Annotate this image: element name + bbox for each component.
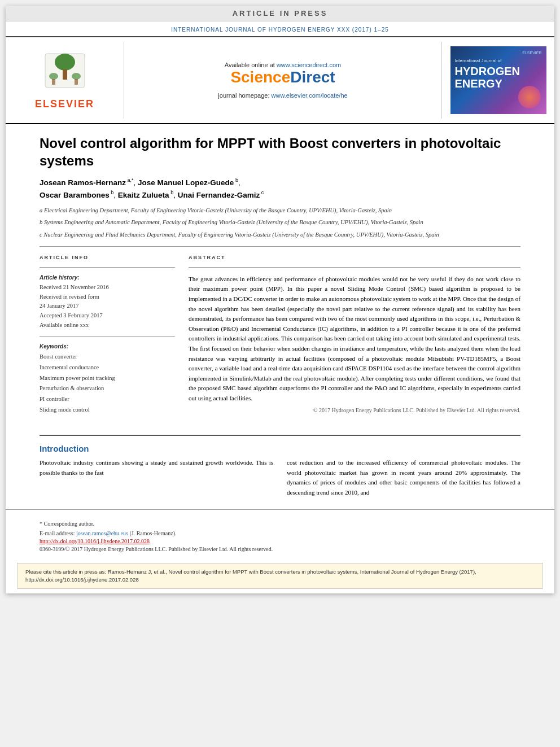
affiliation-a: a Electrical Engineering Department, Fac… — [40, 206, 520, 215]
article-info-divider — [40, 267, 175, 268]
history-label: Article history: — [40, 274, 175, 281]
keywords-label: Keywords: — [40, 343, 175, 350]
elsevier-brand-text: ELSEVIER — [35, 98, 94, 110]
author-jose: Jose Manuel Lopez-Guede — [138, 178, 234, 187]
keywords-list: Boost converter Incremental conductance … — [40, 352, 175, 416]
svg-rect-4 — [52, 79, 55, 85]
doi-link[interactable]: http://dx.doi.org/10.1016/j.ijhydene.201… — [40, 538, 150, 544]
author-ekaitz: Ekaitz Zulueta — [118, 191, 169, 199]
journal-homepage-link[interactable]: www.elsevier.com/locate/he — [272, 92, 348, 99]
footnote-area: * Corresponding author. E-mail address: … — [6, 509, 554, 558]
introduction-section: Introduction Photovoltaic industry conti… — [6, 444, 554, 497]
keyword-5: Sliding mode control — [40, 405, 175, 416]
abstract-copyright: © 2017 Hydrogen Energy Publications LLC.… — [189, 407, 520, 413]
keyword-4: PI controller — [40, 394, 175, 405]
keyword-0: Boost converter — [40, 352, 175, 362]
abstract-text: The great advances in efficiency and per… — [189, 274, 520, 404]
issn-footnote: 0360-3199/© 2017 Hydrogen Energy Publica… — [40, 544, 520, 554]
intro-two-col: Photovoltaic industry continues showing … — [40, 458, 520, 497]
svg-point-3 — [49, 73, 58, 80]
content-divider — [40, 435, 520, 436]
article-info-heading: ARTICLE INFO — [40, 255, 175, 260]
section-divider — [40, 246, 520, 247]
available-online: Available online xxx — [40, 321, 175, 330]
keyword-1: Incremental conductance — [40, 362, 175, 373]
svg-point-5 — [72, 73, 81, 80]
affiliation-b: b Systems Engineering and Automatic Depa… — [40, 218, 520, 227]
citation-box: Please cite this article in press as: Ra… — [17, 563, 543, 589]
logo-elsevier-small: ELSEVIER — [522, 51, 541, 55]
right-logo-area: ELSEVIER International Journal of HYDROG… — [441, 42, 554, 119]
sciencedirect-link[interactable]: www.sciencedirect.com — [277, 62, 341, 68]
corresponding-footnote: * Corresponding author. — [40, 519, 520, 528]
authors-line: Josean Ramos-Hernanz a,*, Jose Manuel Lo… — [40, 176, 520, 201]
author-oscar: Oscar Barambones — [40, 191, 110, 199]
top-header: ELSEVIER Available online at www.science… — [6, 37, 554, 124]
citation-text: Please cite this article in press as: Ra… — [25, 569, 476, 583]
keyword-2: Maximum power point tracking — [40, 373, 175, 384]
email-footnote: E-mail address: josean.ramos@ehu.eus (J.… — [40, 528, 520, 538]
article-in-press-text: ARTICLE IN PRESS — [233, 9, 328, 18]
article-title: Novel control algorithm for MPPT with Bo… — [40, 124, 520, 176]
intro-right-text: cost reduction and to the increased effi… — [287, 458, 520, 497]
revised-date: 24 January 2017 — [40, 302, 175, 311]
email-label: E-mail address: — [40, 530, 75, 536]
logo-circle-decoration — [518, 86, 541, 108]
author-unai: Unai Fernandez-Gamiz — [178, 191, 260, 199]
logo-intl-text: International Journal of — [455, 59, 520, 63]
sciencedirect-science-text: Science — [230, 68, 290, 86]
received-date: Received 21 November 2016 — [40, 283, 175, 292]
abstract-divider — [189, 267, 520, 268]
journal-homepage-text: journal homepage: www.elsevier.com/locat… — [218, 92, 347, 99]
svg-rect-2 — [63, 69, 67, 80]
elsevier-tree-icon — [40, 51, 90, 96]
sciencedirect-logo: ScienceDirect — [230, 68, 335, 86]
author-josean: Josean Ramos-Hernanz — [40, 178, 126, 187]
center-header: Available online at www.sciencedirect.co… — [124, 42, 441, 119]
journal-header-bar: INTERNATIONAL JOURNAL OF HYDROGEN ENERGY… — [6, 21, 554, 37]
hydrogen-energy-logo: ELSEVIER International Journal of HYDROG… — [450, 46, 546, 114]
keyword-3: Perturbation & observation — [40, 383, 175, 394]
intro-heading: Introduction — [40, 444, 520, 453]
intro-left-text: Photovoltaic industry continues showing … — [40, 458, 273, 497]
svg-rect-6 — [75, 79, 78, 85]
affiliation-c: c Nuclear Engineering and Fluid Mechanic… — [40, 230, 520, 239]
corresponding-text: * Corresponding author. — [40, 521, 94, 527]
article-info-column: ARTICLE INFO Article history: Received 2… — [40, 255, 175, 416]
logo-hydrogen-text: HYDROGENENERGY — [455, 65, 520, 90]
available-online-text: Available online at www.sciencedirect.co… — [225, 62, 341, 68]
email-link[interactable]: josean.ramos@ehu.eus — [76, 530, 128, 536]
info-abstract-columns: ARTICLE INFO Article history: Received 2… — [40, 255, 520, 416]
email-person: (J. Ramos-Hernanz). — [129, 530, 176, 536]
elsevier-logo-area: ELSEVIER — [6, 42, 124, 119]
abstract-heading: ABSTRACT — [189, 255, 520, 260]
abstract-column: ABSTRACT The great advances in efficienc… — [189, 255, 520, 416]
revised-label: Received in revised form — [40, 292, 175, 302]
doi-footnote: http://dx.doi.org/10.1016/j.ijhydene.201… — [40, 538, 520, 544]
accepted-date: Accepted 3 February 2017 — [40, 311, 175, 321]
article-in-press-banner: ARTICLE IN PRESS — [6, 6, 554, 21]
page: ARTICLE IN PRESS INTERNATIONAL JOURNAL O… — [6, 6, 554, 593]
keywords-divider — [40, 336, 175, 337]
sciencedirect-direct-text: Direct — [290, 68, 335, 86]
svg-point-1 — [55, 54, 75, 71]
journal-name-text: INTERNATIONAL JOURNAL OF HYDROGEN ENERGY… — [171, 27, 389, 33]
article-content: Novel control algorithm for MPPT with Bo… — [6, 124, 554, 427]
